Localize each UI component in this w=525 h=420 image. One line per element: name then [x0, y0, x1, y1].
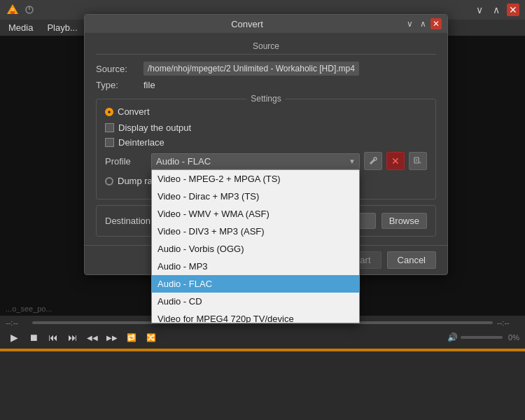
deinterlace-row[interactable]: Deinterlace — [105, 137, 427, 148]
vlc-prev-btn[interactable]: ⏮ — [45, 329, 62, 346]
deinterlace-checkbox[interactable] — [105, 138, 114, 147]
convert-dialog: Convert ∨ ∧ ✕ Source Source: /home/nhoj/… — [84, 14, 448, 275]
dialog-body: Source Source: /home/nhoj/mpegetc/2 Unli… — [85, 33, 447, 245]
vlc-status-text: ...o_see_po... — [0, 302, 58, 316]
vlc-maximize-btn[interactable]: ∧ — [490, 4, 503, 16]
profile-select-wrapper: Audio - FLAC ▼ Video - MPEG-2 + MPGA (TS… — [151, 153, 360, 169]
vlc-stop-btn[interactable]: ⏹ — [25, 329, 42, 346]
display-output-label: Display the output — [118, 122, 191, 133]
vlc-play-btn[interactable]: ▶ — [6, 329, 22, 346]
radio-dot-inner — [108, 111, 111, 113]
profile-new-btn[interactable]: + — [409, 152, 427, 170]
dropdown-item-8[interactable]: Video for MPEG4 720p TV/device — [152, 310, 359, 323]
browse-button[interactable]: Browse — [382, 213, 427, 229]
select-arrow-icon: ▼ — [349, 158, 356, 165]
source-header: Source — [96, 41, 436, 55]
dropdown-item-2[interactable]: Video - WMV + WMA (ASF) — [152, 205, 359, 223]
vlc-time-right: --:-- — [497, 318, 519, 327]
dropdown-item-4[interactable]: Audio - Vorbis (OGG) — [152, 240, 359, 258]
dropdown-item-0[interactable]: Video - MPEG-2 + MPGA (TS) — [152, 170, 359, 188]
vlc-next-btn[interactable]: ⏭ — [64, 329, 81, 346]
menu-playback[interactable]: Playb... — [44, 21, 80, 34]
new-profile-icon: + — [413, 156, 423, 166]
vlc-time-left: --:-- — [6, 318, 28, 327]
profile-edit-btn[interactable] — [364, 152, 382, 170]
vlc-slower-btn[interactable]: ◀◀ — [84, 329, 101, 346]
type-value: file — [144, 80, 155, 90]
vlc-logo-icon — [6, 3, 20, 17]
svg-text:+: + — [419, 160, 421, 165]
vlc-faster-btn[interactable]: ▶▶ — [104, 329, 120, 346]
volume-slider[interactable] — [461, 336, 503, 339]
pin-icon — [24, 4, 35, 15]
dialog-title-text: Convert — [90, 19, 404, 29]
vlc-close-btn[interactable]: ✕ — [507, 4, 519, 16]
dialog-titlebar-buttons: ∨ ∧ ✕ — [404, 18, 442, 29]
profile-select[interactable]: Audio - FLAC ▼ — [151, 153, 360, 169]
dialog-minimize-btn[interactable]: ∨ — [404, 18, 415, 29]
dump-radio[interactable] — [105, 177, 113, 186]
source-section: Source Source: /home/nhoj/mpegetc/2 Unli… — [96, 41, 436, 90]
dropdown-item-1[interactable]: Video - Dirac + MP3 (TS) — [152, 188, 359, 205]
profile-label: Profile — [105, 156, 147, 167]
type-row: Type: file — [96, 80, 436, 90]
svg-rect-3 — [11, 10, 15, 10]
profile-selected-text: Audio - FLAC — [156, 156, 211, 167]
convert-label: Convert — [118, 106, 150, 117]
svg-rect-2 — [11, 8, 14, 9]
volume-pct: 0% — [508, 333, 519, 342]
dropdown-item-5[interactable]: Audio - MP3 — [152, 258, 359, 275]
volume-icon: 🔊 — [447, 332, 458, 342]
vlc-loop-btn[interactable]: 🔁 — [123, 329, 140, 346]
display-output-row[interactable]: Display the output — [105, 122, 427, 133]
vlc-random-btn[interactable]: 🔀 — [143, 329, 160, 346]
type-label: Type: — [96, 80, 138, 90]
vlc-statusbar — [0, 349, 525, 351]
source-path: /home/nhoj/mpegetc/2 Unlimited - Workaho… — [144, 62, 359, 76]
convert-radio-row[interactable]: Convert — [105, 106, 427, 117]
vlc-minimize-btn[interactable]: ∨ — [473, 4, 486, 16]
menu-media[interactable]: Media — [6, 21, 36, 34]
delete-icon: ✕ — [391, 155, 400, 167]
svg-rect-1 — [10, 11, 15, 14]
cancel-button[interactable]: Cancel — [387, 251, 436, 269]
display-output-checkbox[interactable] — [105, 123, 114, 132]
deinterlace-label: Deinterlace — [118, 137, 164, 148]
dialog-close-btn[interactable]: ✕ — [430, 18, 442, 29]
dialog-maximize-btn[interactable]: ∧ — [417, 18, 428, 29]
profile-dropdown[interactable]: Video - MPEG-2 + MPGA (TS) Video - Dirac… — [151, 169, 360, 323]
dropdown-item-3[interactable]: Video - DIV3 + MP3 (ASF) — [152, 223, 359, 240]
settings-header: Settings — [246, 94, 285, 104]
settings-section: Settings Convert Display the output Dein… — [96, 99, 436, 200]
profile-delete-btn[interactable]: ✕ — [386, 152, 405, 170]
dropdown-item-6[interactable]: Audio - FLAC — [152, 275, 359, 293]
profile-row: Profile Audio - FLAC ▼ Video - MPEG-2 + … — [105, 152, 427, 170]
dialog-titlebar: Convert ∨ ∧ ✕ — [85, 15, 447, 33]
convert-radio-selected[interactable] — [105, 108, 113, 116]
wrench-icon — [368, 156, 378, 166]
dropdown-item-7[interactable]: Audio - CD — [152, 293, 359, 310]
svg-point-6 — [374, 158, 377, 160]
source-row: Source: /home/nhoj/mpegetc/2 Unlimited -… — [96, 62, 436, 76]
source-label: Source: — [96, 64, 138, 74]
